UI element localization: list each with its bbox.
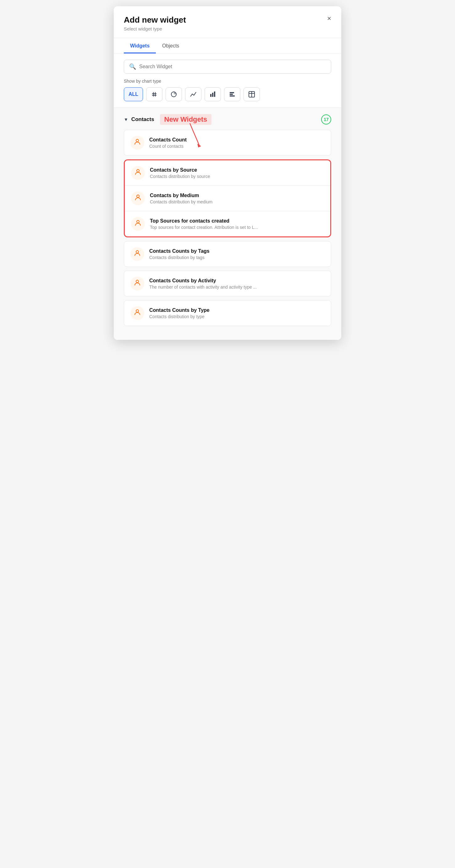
- filter-btn-all[interactable]: ALL: [124, 87, 143, 101]
- new-widgets-label: New Widgets: [160, 114, 212, 125]
- modal-title: Add new widget: [124, 15, 331, 25]
- category-title: Contacts: [131, 116, 154, 123]
- widget-item-contacts-counts-tags[interactable]: Contacts Counts by Tags Contacts distrib…: [124, 241, 331, 267]
- widget-desc-contacts-by-medium: Contacts distribution by medium: [150, 199, 324, 204]
- filter-section: Show by chart type ALL: [114, 73, 341, 108]
- contacts-counts-activity-icon: [134, 279, 141, 288]
- widget-desc-contacts-counts-type: Contacts distribution by type: [149, 314, 325, 319]
- widget-info-contacts-counts-activity: Contacts Counts by Activity The number o…: [149, 278, 325, 289]
- widget-item-contacts-counts-activity[interactable]: Contacts Counts by Activity The number o…: [124, 271, 331, 297]
- widget-info-contacts-counts-tags: Contacts Counts by Tags Contacts distrib…: [149, 248, 325, 260]
- filter-btn-hash[interactable]: [146, 87, 162, 101]
- widget-item-contacts-by-medium[interactable]: Contacts by Medium Contacts distribution…: [125, 186, 330, 211]
- filter-btn-line[interactable]: [185, 87, 201, 101]
- widget-name-top-sources: Top Sources for contacts created: [150, 218, 324, 224]
- svg-point-16: [136, 139, 138, 142]
- widget-item-top-sources[interactable]: Top Sources for contacts created Top sou…: [125, 211, 330, 237]
- widget-icon-contacts-counts-tags: [130, 247, 144, 261]
- widget-icon-contacts-count: [130, 136, 144, 150]
- category-chevron-icon[interactable]: ▼: [124, 117, 128, 122]
- chart-filters: ALL: [124, 87, 331, 101]
- svg-rect-6: [212, 93, 214, 97]
- category-count-badge: 17: [321, 115, 331, 124]
- widget-info-contacts-count: Contacts Count Count of contacts: [149, 137, 325, 149]
- svg-rect-8: [230, 92, 234, 93]
- widget-list: ▼ Contacts New Widgets 17: [114, 108, 341, 340]
- widget-desc-contacts-counts-tags: Contacts distribution by tags: [149, 255, 325, 260]
- tab-objects[interactable]: Objects: [156, 38, 185, 54]
- svg-point-20: [136, 251, 138, 253]
- modal-header: Add new widget Select widget type ×: [114, 6, 341, 38]
- search-input[interactable]: [139, 64, 326, 69]
- widget-icon-contacts-counts-activity: [130, 277, 144, 290]
- contacts-counts-type-icon: [134, 308, 141, 318]
- widget-desc-top-sources: Top sources for contact creation. Attrib…: [150, 225, 324, 230]
- search-icon: 🔍: [129, 63, 136, 70]
- contacts-by-medium-icon: [134, 194, 142, 203]
- search-box: 🔍: [124, 60, 331, 73]
- widget-name-contacts-count: Contacts Count: [149, 137, 325, 143]
- widget-icon-contacts-by-source: [131, 166, 145, 180]
- widget-info-contacts-by-medium: Contacts by Medium Contacts distribution…: [150, 193, 324, 204]
- svg-point-22: [136, 310, 138, 312]
- widget-desc-contacts-counts-activity: The number of contacts with activity and…: [149, 284, 325, 289]
- widget-item-contacts-counts-type[interactable]: Contacts Counts by Type Contacts distrib…: [124, 300, 331, 326]
- contacts-count-icon: [134, 138, 141, 148]
- widget-name-contacts-counts-type: Contacts Counts by Type: [149, 307, 325, 313]
- widget-icon-contacts-counts-type: [130, 306, 144, 320]
- svg-rect-7: [214, 92, 215, 97]
- top-sources-icon: [134, 219, 142, 228]
- svg-rect-9: [230, 94, 233, 95]
- svg-rect-10: [230, 96, 235, 97]
- widget-name-contacts-by-source: Contacts by Source: [150, 167, 324, 173]
- widget-desc-contacts-by-source: Contacts distribution by source: [150, 174, 324, 179]
- filter-btn-table[interactable]: [243, 87, 260, 101]
- tabs-row: Widgets Objects: [114, 38, 341, 54]
- search-section: 🔍: [114, 54, 341, 73]
- svg-point-17: [137, 169, 139, 172]
- svg-rect-5: [210, 94, 212, 97]
- filter-btn-pie[interactable]: [166, 87, 182, 101]
- filter-label: Show by chart type: [124, 79, 331, 84]
- close-button[interactable]: ×: [326, 14, 332, 23]
- highlighted-widgets-group: Contacts by Source Contacts distribution…: [124, 159, 331, 237]
- tab-widgets[interactable]: Widgets: [124, 38, 156, 54]
- category-header: ▼ Contacts New Widgets 17: [124, 114, 331, 125]
- add-widget-modal: Add new widget Select widget type × Widg…: [114, 6, 341, 340]
- widget-desc-contacts-count: Count of contacts: [149, 144, 325, 149]
- widget-info-top-sources: Top Sources for contacts created Top sou…: [150, 218, 324, 230]
- svg-point-21: [136, 280, 138, 283]
- filter-btn-hbar[interactable]: [224, 87, 240, 101]
- category-header-container: ▼ Contacts New Widgets 17: [124, 114, 331, 125]
- widget-name-contacts-counts-tags: Contacts Counts by Tags: [149, 248, 325, 254]
- contacts-by-source-icon: [134, 168, 142, 178]
- widget-name-contacts-by-medium: Contacts by Medium: [150, 193, 324, 198]
- contacts-counts-tags-icon: [134, 249, 141, 259]
- widget-icon-top-sources: [131, 217, 145, 231]
- widget-icon-contacts-by-medium: [131, 191, 145, 205]
- widget-info-contacts-counts-type: Contacts Counts by Type Contacts distrib…: [149, 307, 325, 319]
- widget-name-contacts-counts-activity: Contacts Counts by Activity: [149, 278, 325, 284]
- widget-item-contacts-count[interactable]: Contacts Count Count of contacts: [124, 130, 331, 156]
- widget-item-contacts-by-source[interactable]: Contacts by Source Contacts distribution…: [125, 160, 330, 186]
- filter-btn-bar[interactable]: [204, 87, 221, 101]
- widget-info-contacts-by-source: Contacts by Source Contacts distribution…: [150, 167, 324, 179]
- svg-point-18: [137, 195, 139, 197]
- svg-point-19: [137, 220, 139, 223]
- modal-subtitle: Select widget type: [124, 26, 331, 31]
